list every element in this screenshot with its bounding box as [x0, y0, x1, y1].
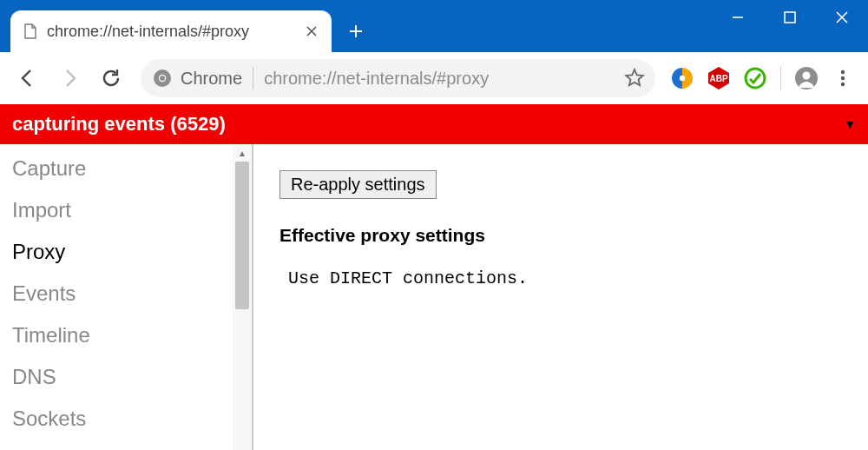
tab-strip: chrome://net-internals/#proxy — [0, 0, 373, 52]
sidebar-scrollbar[interactable]: ▲ — [233, 144, 252, 450]
separator — [780, 66, 781, 90]
sidebar-item-capture[interactable]: Capture — [0, 148, 233, 189]
sidebar-item-label: Proxy — [12, 240, 65, 263]
bookmark-star-icon[interactable] — [621, 64, 648, 92]
content-area: Capture Import Proxy Events Timeline DNS… — [0, 144, 868, 450]
abp-icon[interactable]: ABP — [702, 62, 735, 95]
new-tab-button[interactable] — [339, 14, 373, 49]
sidebar-item-label: Import — [12, 198, 71, 222]
close-tab-icon[interactable] — [304, 23, 319, 39]
tab-title: chrome://net-internals/#proxy — [47, 23, 295, 41]
browser-tab[interactable]: chrome://net-internals/#proxy — [10, 10, 332, 52]
browser-toolbar: Chrome chrome://net-internals/#proxy ABP — [0, 52, 868, 104]
sidebar-item-timeline[interactable]: Timeline — [0, 314, 233, 356]
reload-button[interactable] — [92, 59, 130, 97]
sidebar-item-import[interactable]: Import — [0, 189, 233, 231]
proxy-settings-body: Use DIRECT connections. — [288, 268, 851, 288]
svg-text:ABP: ABP — [709, 74, 727, 83]
sidebar-item-label: Timeline — [12, 323, 90, 347]
sidebar-item-sockets[interactable]: Sockets — [0, 398, 233, 440]
effective-proxy-heading: Effective proxy settings — [279, 225, 851, 246]
svg-point-12 — [841, 76, 845, 80]
file-icon — [23, 23, 38, 39]
svg-point-5 — [680, 76, 685, 81]
forward-button[interactable] — [50, 59, 89, 97]
back-button[interactable] — [9, 59, 47, 97]
capture-status-text: capturing events (6529) — [12, 113, 226, 136]
window-controls — [712, 0, 868, 35]
sidebar-item-label: Capture — [12, 156, 86, 180]
svg-point-10 — [803, 72, 811, 80]
close-window-button[interactable] — [816, 0, 868, 35]
svg-point-8 — [746, 69, 765, 88]
extension-swirl-icon[interactable] — [666, 62, 699, 95]
profile-avatar-icon[interactable] — [790, 62, 823, 95]
menu-dots-icon[interactable] — [826, 62, 859, 95]
sidebar-item-proxy[interactable]: Proxy — [0, 231, 233, 273]
scrollbar-thumb[interactable] — [235, 162, 249, 309]
address-bar[interactable]: Chrome chrome://net-internals/#proxy — [141, 59, 655, 97]
green-circle-check-icon[interactable] — [739, 62, 772, 95]
svg-rect-0 — [785, 12, 795, 23]
omnibox-url: chrome://net-internals/#proxy — [264, 69, 612, 89]
capture-status-bar: capturing events (6529) ▼ — [0, 104, 868, 144]
omnibox-scheme-label: Chrome — [181, 69, 242, 89]
maximize-button[interactable] — [764, 0, 816, 35]
svg-point-11 — [841, 70, 845, 74]
sidebar-item-dns[interactable]: DNS — [0, 356, 233, 398]
minimize-button[interactable] — [712, 0, 764, 35]
sidebar-item-label: Events — [12, 281, 76, 305]
scroll-up-arrow-icon[interactable]: ▲ — [233, 144, 252, 162]
sidebar-container: Capture Import Proxy Events Timeline DNS… — [0, 144, 252, 450]
collapse-triangle-icon[interactable]: ▼ — [844, 117, 856, 131]
sidebar-item-events[interactable]: Events — [0, 273, 233, 314]
chrome-icon — [153, 69, 172, 88]
separator — [253, 67, 253, 89]
sidebar: Capture Import Proxy Events Timeline DNS… — [0, 144, 233, 450]
sidebar-item-label: Sockets — [12, 407, 86, 430]
window-titlebar: chrome://net-internals/#proxy — [0, 0, 868, 52]
reapply-settings-button[interactable]: Re-apply settings — [279, 170, 437, 199]
sidebar-item-alt-svc[interactable]: Alt-Svc — [0, 440, 233, 450]
main-panel: Re-apply settings Effective proxy settin… — [253, 144, 868, 450]
sidebar-item-label: DNS — [12, 365, 56, 388]
svg-point-13 — [841, 83, 845, 86]
svg-point-3 — [160, 76, 165, 81]
